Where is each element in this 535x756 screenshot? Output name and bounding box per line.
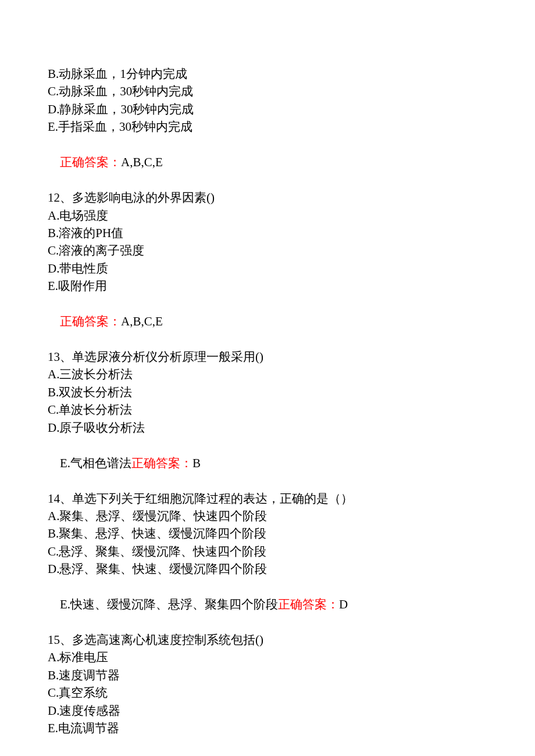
q11-option-c: C.动脉采血，30秒钟内完成	[48, 83, 487, 100]
q14-answer-value: D	[339, 597, 348, 611]
q13-option-d: D.原子吸收分析法	[48, 419, 487, 436]
q14-option-a: A.聚集、悬浮、缓慢沉降、快速四个阶段	[48, 507, 487, 525]
q14-option-e-prefix: E.快速、缓慢沉降、悬浮、聚集四个阶段	[60, 597, 278, 611]
q15-option-d: D.速度传感器	[48, 702, 487, 719]
q12-answer-line: 正确答案：A,B,C,E	[48, 295, 487, 348]
q13-answer-label: 正确答案：	[131, 456, 192, 470]
q11-answer-value: A,B,C,E	[121, 155, 163, 169]
q14-option-b: B.聚集、悬浮、快速、缓慢沉降四个阶段	[48, 525, 487, 542]
q15-option-b: B.速度调节器	[48, 667, 487, 684]
q12-option-e: E.吸附作用	[48, 277, 487, 295]
q11-option-d: D.静脉采血，30秒钟内完成	[48, 101, 487, 118]
q12-stem: 12、多选影响电泳的外界因素()	[48, 189, 487, 206]
document-page: B.动脉采血，1分钟内完成 C.动脉采血，30秒钟内完成 D.静脉采血，30秒钟…	[0, 0, 535, 756]
q13-answer-value: B	[192, 456, 201, 470]
q14-option-d: D.悬浮、聚集、快速、缓慢沉降四个阶段	[48, 560, 487, 578]
q13-option-e-and-answer: E.气相色谱法正确答案：B	[48, 436, 487, 489]
q11-answer-label: 正确答案：	[60, 155, 121, 169]
q11-option-e: E.手指采血，30秒钟内完成	[48, 118, 487, 135]
q12-option-b: B.溶液的PH值	[48, 224, 487, 242]
q13-option-a: A.三波长分析法	[48, 366, 487, 383]
q13-option-b: B.双波长分析法	[48, 384, 487, 401]
q14-option-c: C.悬浮、聚集、缓慢沉降、快速四个阶段	[48, 543, 487, 560]
q13-option-e-prefix: E.气相色谱法	[60, 456, 131, 470]
q14-answer-label: 正确答案：	[278, 597, 339, 611]
q11-answer-line: 正确答案：A,B,C,E	[48, 136, 487, 189]
q12-answer-value: A,B,C,E	[121, 314, 163, 328]
q15-option-c: C.真空系统	[48, 684, 487, 701]
q15-option-a: A.标准电压	[48, 648, 487, 666]
q15-option-e: E.电流调节器	[48, 719, 487, 737]
q15-stem: 15、多选高速离心机速度控制系统包括()	[48, 631, 487, 648]
q12-option-a: A.电场强度	[48, 207, 487, 224]
q12-answer-label: 正确答案：	[60, 314, 121, 328]
q14-option-e-and-answer: E.快速、缓慢沉降、悬浮、聚集四个阶段正确答案：D	[48, 578, 487, 631]
q15-answer-line: 正确答案：A,B,D,E	[48, 737, 487, 756]
q14-stem: 14、单选下列关于红细胞沉降过程的表达，正确的是（）	[48, 490, 487, 507]
q12-option-d: D.带电性质	[48, 260, 487, 277]
q13-option-c: C.单波长分析法	[48, 401, 487, 418]
q11-option-b: B.动脉采血，1分钟内完成	[48, 65, 487, 83]
q13-stem: 13、单选尿液分析仪分析原理一般采用()	[48, 348, 487, 366]
q12-option-c: C.溶液的离子强度	[48, 242, 487, 259]
